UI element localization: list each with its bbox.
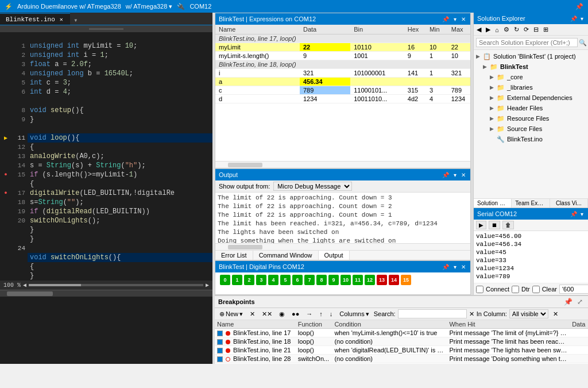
- output-close-btn[interactable]: ✕: [460, 172, 467, 178]
- serial-connect-btn[interactable]: ▶: [476, 221, 486, 229]
- tab-blinktest[interactable]: BlinkTest.ino ✕: [0, 13, 70, 25]
- bp-expand-btn[interactable]: ⤢: [575, 297, 585, 306]
- tree-item-source-files[interactable]: ▶ 📁 Source Files: [489, 124, 587, 134]
- expr-row-i[interactable]: i 321 101000001 141 1 321: [215, 69, 470, 78]
- expressions-scrollbar-x[interactable]: [215, 161, 470, 168]
- bp-disable-btn[interactable]: ◉: [277, 310, 287, 318]
- se-menu-btn[interactable]: ▾: [579, 16, 585, 22]
- expressions-table-container[interactable]: Name Data Bin Hex Min Max Bl: [215, 25, 470, 161]
- tab-command-window[interactable]: Command Window: [253, 251, 319, 260]
- zoom-decrease[interactable]: ◀: [23, 282, 26, 289]
- zoom-bar: 100 % ◀ ▶: [0, 281, 212, 290]
- tree-expand-source: ▶: [490, 124, 497, 133]
- bp-checkbox-3[interactable]: [217, 348, 223, 354]
- se-tab-class[interactable]: Class Vi...: [550, 199, 588, 208]
- bp-column-select[interactable]: All visible: [509, 309, 548, 318]
- bp-import-btn[interactable]: ↓: [327, 310, 335, 318]
- expr-row-mylimit[interactable]: myLimit 22 10110 16 10 22: [215, 43, 470, 52]
- bp-row-3[interactable]: BlinkTest.ino, line 21 loop() when 'digi…: [215, 346, 588, 355]
- bp-search-clear[interactable]: ✕: [469, 310, 474, 318]
- tree-item-resource-files[interactable]: ▶ 📁 Resource Files: [489, 113, 587, 124]
- bp-delete-btn[interactable]: ✕: [247, 310, 257, 318]
- expressions-pin-btn[interactable]: 📌: [441, 16, 450, 22]
- tab-error-list[interactable]: Error List: [215, 251, 253, 260]
- output-scrollbar-thumb[interactable]: [228, 245, 262, 249]
- expressions-scrollbar-thumb[interactable]: [228, 163, 262, 167]
- serial-connect-checkbox[interactable]: [476, 286, 483, 293]
- se-header-controls: 📌 ▾: [569, 16, 585, 22]
- bp-col-name: Name: [215, 320, 296, 329]
- code-lines[interactable]: unsigned int myLimit = 10; unsigned int …: [28, 32, 212, 281]
- bp-pin-btn[interactable]: 📌: [562, 297, 574, 306]
- se-toolbar-home[interactable]: ⌂: [493, 25, 501, 34]
- output-menu-btn[interactable]: ▾: [452, 172, 458, 178]
- bp-row-1[interactable]: BlinkTest.ino, line 17 loop() when 'myLi…: [215, 329, 588, 337]
- bp-export-btn[interactable]: ↑: [317, 310, 325, 318]
- se-toolbar-settings[interactable]: ⚙: [502, 25, 511, 34]
- current-line-arrow: ▶: [0, 133, 11, 143]
- serial-menu-btn[interactable]: ▾: [579, 211, 585, 217]
- bp-delete-all-btn[interactable]: ✕✕: [260, 310, 274, 318]
- expr-name-mylimit-length: myLimit-s.length(): [215, 52, 300, 60]
- output-pin-btn[interactable]: 📌: [441, 172, 450, 178]
- serial-pin-btn[interactable]: 📌: [569, 211, 578, 217]
- scrollbar-thumb-x[interactable]: [7, 291, 53, 296]
- blinktest-icon: 📁: [490, 62, 499, 71]
- tab-output[interactable]: Output: [319, 251, 350, 260]
- tree-item-solution[interactable]: ▶ 📋 Solution 'BlinkTest' (1 project): [475, 51, 587, 62]
- expressions-close-btn[interactable]: ✕: [460, 16, 467, 22]
- se-toolbar-refresh[interactable]: ↻: [512, 25, 521, 34]
- bp-filter-clear-btn[interactable]: ✕: [551, 310, 560, 318]
- code-content-area[interactable]: ▶ ● ● 1 2: [0, 32, 212, 281]
- bp-row-4[interactable]: BlinkTest.ino, line 28 switchOn... (no c…: [215, 355, 588, 363]
- bp-columns-btn[interactable]: Columns ▾: [337, 310, 371, 318]
- serial-clear-btn[interactable]: 🗑: [502, 221, 514, 229]
- expr-row-c[interactable]: c 789 11000101... 315 3 789: [215, 86, 470, 95]
- expr-row-a[interactable]: a 456.34: [215, 78, 470, 86]
- tree-item-external-deps[interactable]: ▶ 📁 External Dependencies: [489, 93, 587, 103]
- se-toolbar-collapse[interactable]: ⊟: [532, 25, 540, 34]
- serial-disconnect-btn[interactable]: ⏹: [489, 221, 500, 229]
- zoom-slider[interactable]: [29, 284, 203, 286]
- expr-max-mylimit-length: 10: [448, 52, 470, 60]
- se-toolbar-expand[interactable]: ⊞: [541, 25, 550, 34]
- editor-scrollbar-x[interactable]: [0, 290, 212, 297]
- se-toolbar-forward[interactable]: ▶: [484, 25, 492, 34]
- bp-search-input[interactable]: [398, 309, 467, 318]
- tree-item-blinktest-ino[interactable]: 🔧 BlinkTest.ino: [489, 134, 587, 144]
- pins-controls: 📌 ▾ ✕: [441, 264, 467, 270]
- se-toolbar-sync[interactable]: ⟳: [522, 25, 531, 34]
- zoom-increase[interactable]: ▶: [206, 282, 209, 289]
- tree-item-header-files[interactable]: ▶ 📁 Header Files: [489, 103, 587, 113]
- se-search-input[interactable]: [476, 38, 578, 47]
- expressions-menu-btn[interactable]: ▾: [452, 16, 458, 22]
- se-tab-team[interactable]: Team Expl...: [512, 199, 550, 208]
- se-toolbar-back[interactable]: ◀: [475, 25, 483, 34]
- tab-close-button[interactable]: ✕: [59, 16, 64, 23]
- se-pin-btn[interactable]: 📌: [569, 16, 578, 22]
- tree-item-libraries[interactable]: ▶ 📁 _libraries: [489, 82, 587, 93]
- serial-dtr-checkbox[interactable]: [512, 286, 519, 293]
- se-tab-solution[interactable]: Solution E...: [474, 199, 512, 208]
- output-filter-select[interactable]: Micro Debug Message: [273, 182, 352, 191]
- bp-new-btn[interactable]: ⊕ New ▾: [217, 310, 245, 318]
- bp-checkbox-1[interactable]: [217, 331, 223, 336]
- add-tab-button[interactable]: ▾: [70, 16, 82, 25]
- serial-input-field[interactable]: [559, 285, 588, 294]
- pins-menu-btn[interactable]: ▾: [452, 264, 458, 270]
- pins-pin-btn[interactable]: 📌: [441, 264, 450, 270]
- pins-close-btn[interactable]: ✕: [460, 264, 467, 270]
- bp-enable-all-btn[interactable]: ●●: [289, 310, 301, 318]
- tree-item-core[interactable]: ▶ 📁 _core: [489, 72, 587, 82]
- expr-row-d[interactable]: d 1234 10011010... 4d2 4 1234: [215, 95, 470, 103]
- bp-checkbox-4[interactable]: [217, 356, 223, 362]
- output-scrollbar-x[interactable]: [215, 243, 470, 250]
- resource-icon: 📁: [497, 114, 506, 123]
- se-search-btn[interactable]: 🔍: [579, 39, 587, 47]
- bp-checkbox-2[interactable]: [217, 339, 223, 345]
- bp-row-2[interactable]: BlinkTest.ino, line 18 loop() (no condit…: [215, 337, 588, 346]
- bp-goto-btn[interactable]: →: [304, 310, 315, 318]
- serial-clear-checkbox[interactable]: [532, 286, 540, 293]
- tree-item-blinktest[interactable]: ▶ 📁 BlinkTest: [482, 62, 587, 72]
- expr-row-mylimit-length[interactable]: myLimit-s.length() 9 1001 9 1 10: [215, 52, 470, 60]
